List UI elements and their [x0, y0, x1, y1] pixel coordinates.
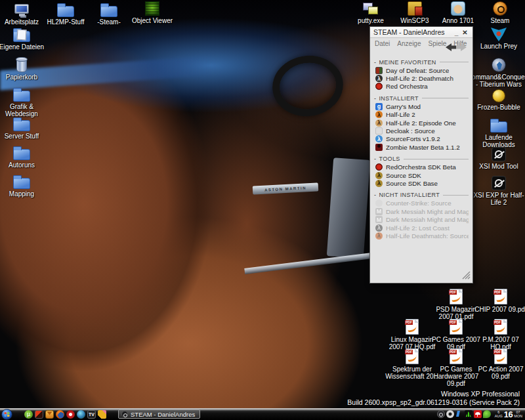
game-row[interactable]: Red Orchestra — [374, 83, 469, 91]
game-label: Half-Life Deathmatch: Source — [386, 232, 469, 240]
desktop-icon-steam[interactable]: Steam — [472, 1, 525, 24]
game-label: Dark Messiah Might and Magic Multi-Playe… — [386, 208, 469, 215]
game-row[interactable]: Zombie Master Beta 1.1.2 — [374, 143, 469, 151]
os-version-line2: Build 2600.xpsp_sp2_gdr.061219-0316 (Ser… — [347, 398, 520, 407]
game-row[interactable]: λ Half-Life 2 — [374, 111, 469, 119]
tray-clock[interactable]: 6 AUG 16 07 MON — [495, 410, 522, 419]
recycle-bin-icon — [16, 58, 27, 72]
desktop-icon-pm[interactable]: PDF P.M.2007 07 HQ.pdf — [473, 319, 525, 350]
section-header[interactable]: - MEINE FAVORITEN — [374, 58, 469, 66]
clock-weekday: MON — [514, 414, 522, 418]
section-header[interactable]: - NICHT INSTALLIERT — [374, 191, 469, 200]
game-row[interactable]: λ Half-Life 2: Lost Coast — [374, 224, 469, 232]
resize-grip[interactable] — [462, 271, 471, 281]
collapse-icon[interactable]: - — [374, 192, 376, 198]
tv-app-icon[interactable]: TV — [87, 410, 96, 419]
game-row[interactable]: Day of Defeat: Source — [374, 66, 469, 74]
menu-spiele[interactable]: Spiele — [429, 40, 447, 47]
desktop-icon-label: Eigene Dateien — [0, 43, 44, 51]
forward-arrow-icon[interactable] — [456, 43, 467, 51]
game-row[interactable]: Counter-Strike: Source — [374, 200, 469, 207]
game-row[interactable]: λ SourceForts v1.9.2 — [374, 135, 469, 143]
desktop-icon-xsi-exp-hl2[interactable]: XSI EXP for Half-Life 2 — [471, 176, 525, 206]
pdf-swoosh — [407, 354, 417, 362]
desktop-icon-chip[interactable]: PDF CHIP 2007 09.pdf — [473, 289, 525, 313]
winscp-icon — [408, 1, 422, 16]
desktop-icon-mapping[interactable]: Mapping — [0, 173, 49, 198]
start-button[interactable] — [1, 409, 12, 420]
desktop-icon-papierkorb[interactable]: Papierkorb — [0, 56, 49, 81]
desktop-icon-label: Steam — [491, 17, 510, 24]
nav-back-forward — [445, 43, 467, 53]
game-row[interactable]: λ Half-Life 2: Deathmatch — [374, 74, 469, 82]
steam-tray-icon[interactable] — [437, 410, 445, 418]
game-row[interactable]: λ Half-Life Deathmatch: Source — [374, 232, 469, 240]
collapse-icon[interactable]: - — [374, 156, 376, 162]
pdf-swoosh — [451, 324, 461, 332]
desktop-icon-cnc3[interactable]: Command&Conquer3 - Tiberium Wars — [471, 58, 525, 88]
desktop-icon-label: Object Viewer — [132, 17, 173, 24]
minimize-button[interactable]: _ — [452, 29, 461, 36]
game-row[interactable]: λ Source SDK — [374, 171, 469, 179]
pen-icon[interactable] — [98, 410, 106, 419]
game-row[interactable]: M Dark Messiah Might and Magic Multi-Pla… — [374, 207, 469, 215]
pdf-swoosh — [495, 324, 505, 332]
desktop-icon-grafik-webdesign[interactable]: Grafik & Webdesign — [0, 86, 49, 117]
player-icon[interactable] — [66, 410, 75, 419]
menu-datei[interactable]: Datei — [375, 40, 390, 47]
media-app-icon[interactable] — [35, 410, 43, 419]
os-version-line1: Windows XP Professional — [347, 390, 520, 398]
collapse-icon[interactable]: - — [374, 95, 376, 102]
game-row[interactable]: g Garry's Mod — [374, 102, 469, 110]
pdf-tag: PDF — [494, 290, 501, 295]
center-console-art — [327, 158, 370, 259]
game-row[interactable]: RedOrchestra SDK Beta — [374, 163, 469, 171]
desktop-icon-label: XSI EXP for Half-Life 2 — [471, 192, 525, 206]
pdf-tag: PDF — [494, 350, 501, 354]
desktop-icon-pc-action[interactable]: PDF PC Action 2007 09.pdf — [473, 348, 525, 380]
desktop-icon-xsi-mod-tool[interactable]: XSI Mod Tool — [471, 147, 525, 170]
pdf-icon: PDF — [494, 348, 507, 364]
desktop-icon-frozen-bubble[interactable]: Frozen-Bubble — [471, 89, 525, 111]
taskbar-button-steam[interactable]: STEAM - DanielAndres — [118, 410, 200, 419]
game-row[interactable]: Decloak : Source — [374, 127, 469, 135]
steam-window-titlebar[interactable]: STEAM - DanielAndres _ ✕ — [370, 27, 472, 38]
game-label: Half-Life 2: Deathmatch — [386, 75, 453, 82]
section-header-label: NICHT INSTALLIERT — [379, 192, 440, 198]
dark-messiah-sp-icon: M — [375, 216, 383, 223]
game-row[interactable]: λ Source SDK Base — [374, 179, 469, 187]
razer-tray-icon[interactable] — [465, 410, 472, 418]
game-row[interactable]: λ Half-Life 2: Episode One — [374, 119, 469, 127]
desktop-icon-object-viewer[interactable]: Object Viewer — [125, 1, 180, 24]
desktop-icon-laufende-downloads[interactable]: Laufende Downloads — [471, 117, 525, 148]
globe-icon[interactable] — [77, 410, 85, 419]
pdf-tag: PDF — [449, 320, 457, 325]
shield-update-tray-icon[interactable] — [483, 410, 491, 418]
pdf-swoosh — [451, 354, 461, 362]
avira-tray-icon[interactable] — [474, 410, 482, 418]
desktop-icon-server-stuff[interactable]: Server Stuff — [0, 116, 49, 140]
ring-app-tray-icon[interactable] — [446, 410, 454, 418]
game-label: Counter-Strike: Source — [386, 200, 452, 207]
desktop-icon-autoruns[interactable]: Autoruns — [0, 144, 49, 169]
section-header[interactable]: - INSTALLIERT — [374, 94, 469, 102]
menu-anzeige[interactable]: Anzeige — [397, 40, 421, 47]
back-arrow-icon[interactable] — [446, 43, 456, 51]
desktop-icon-eigene-dateien[interactable]: Eigene Dateien — [0, 26, 49, 51]
close-button[interactable]: ✕ — [461, 29, 469, 36]
section-header[interactable]: - TOOLS — [374, 155, 469, 163]
red-orchestra-icon — [375, 83, 383, 90]
section-tools: - TOOLS RedOrchestra SDK Beta λ Source S… — [374, 155, 469, 188]
xsi-icon — [492, 176, 506, 190]
desktop-icon-launch-prey[interactable]: Launch Prey — [471, 28, 525, 50]
firefox-icon[interactable] — [56, 410, 64, 419]
collapse-icon[interactable]: - — [374, 59, 376, 66]
pdf-swoosh — [495, 354, 505, 362]
game-row[interactable]: M Dark Messiah Might and Magic Single Pl… — [374, 215, 469, 223]
utorrent-icon[interactable]: µ — [24, 410, 33, 419]
pdf-icon: PDF — [494, 289, 507, 304]
blue-util-tray-icon[interactable] — [455, 410, 463, 418]
clock-hour: 16 — [504, 410, 513, 419]
anno-icon — [451, 1, 465, 16]
mail-icon[interactable] — [45, 410, 54, 419]
